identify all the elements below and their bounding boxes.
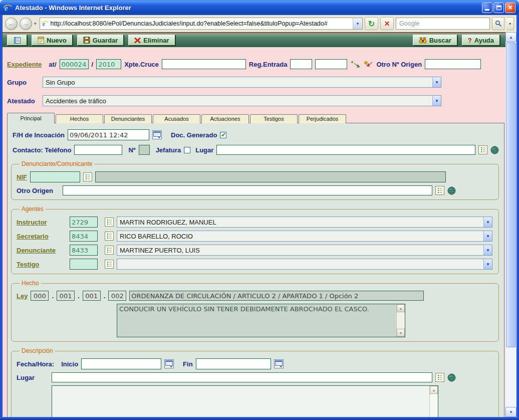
lugar-input[interactable] [216,145,475,155]
chevron-down-icon: ▼ [483,217,492,227]
scroll-up-icon[interactable]: ▲ [397,304,405,312]
instructor-code-input[interactable] [70,217,98,228]
nif-list-button[interactable] [83,172,92,181]
chevron-down-icon: ▾ [509,22,511,26]
tab-testigos[interactable]: Testigos [250,114,298,123]
back-button[interactable]: ← [5,18,18,30]
ley-code-1-input[interactable] [31,291,49,301]
guardar-button[interactable]: Guardar [77,35,124,46]
secretario-link[interactable]: Secretario [17,233,67,240]
window-border-bottom [0,417,519,420]
otro-origen-list-button[interactable] [435,186,444,195]
denunciante-list-button[interactable] [105,246,114,255]
contacto-row: Contacto: Teléfono Nº Jefatura Lugar [8,145,504,155]
reg-entrada-input-1[interactable] [290,59,312,69]
telefono-input[interactable] [74,145,122,155]
testigo-code-input[interactable] [70,259,98,270]
secretario-code-input[interactable] [70,231,98,242]
otro-num-origen-input[interactable] [425,59,481,69]
denunciante-select[interactable]: MARTINEZ PUERTO, LUIS ▼ [117,245,492,256]
denuncia-textarea[interactable] [52,386,438,417]
descripcion-legend: Descripción [20,347,55,354]
scrollbar-up-button[interactable]: ▲ [505,32,516,42]
ayuda-button[interactable]: ? Ayuda [462,35,500,46]
buscar-button[interactable]: Buscar [413,35,457,46]
tab-acusados[interactable]: Acusados [153,114,200,123]
nif-input[interactable] [30,171,80,182]
nuevo-button[interactable]: Nuevo [32,35,73,46]
associate-expediente-icon[interactable] [350,60,360,69]
globe-icon[interactable] [447,373,456,382]
otro-origen-input[interactable] [63,185,432,195]
minimize-button[interactable] [482,3,492,13]
chevron-down-icon: ▼ [432,77,441,87]
globe-icon[interactable] [447,186,456,195]
testigo-link[interactable]: Testigo [17,261,67,268]
secretario-list-button[interactable] [105,232,114,241]
vertical-scrollbar[interactable]: ▲ ▼ [505,32,516,417]
fin-input[interactable] [196,358,271,369]
denunciante-code-input[interactable] [70,245,98,256]
inicio-input[interactable] [81,358,161,369]
dissociate-expediente-icon[interactable] [363,60,373,69]
tab-hechos[interactable]: Hechos [56,114,103,123]
lugar-descripcion-input[interactable] [52,372,432,382]
url-input[interactable] [51,20,353,27]
ley-code-2-input[interactable] [57,291,75,301]
grupo-select[interactable]: Sin Grupo ▼ [43,77,441,88]
atestado-select[interactable]: Accidentes de tráfico ▼ [43,95,441,106]
scrollbar-down-button[interactable]: ▼ [505,407,516,417]
denunciante-link[interactable]: Denunciante [17,247,67,254]
agentes-fieldset: Agentes Instructor MARTIN RODRIGUEZ, MAN… [11,205,499,274]
tab-actuaciones[interactable]: Actuaciones [201,114,249,123]
tab-principal[interactable]: Principal [7,113,55,123]
scrollbar-thumb[interactable] [506,43,516,347]
reg-entrada-input-2[interactable] [315,59,347,69]
tab-denunciantes[interactable]: Denunciantes [104,114,152,123]
scroll-down-icon[interactable]: ▼ [397,329,405,337]
inicio-calendar-button[interactable] [164,359,174,368]
lugar-list-button[interactable] [478,145,487,154]
maximize-button[interactable] [493,3,504,13]
fh-incoacion-input[interactable] [68,129,149,140]
search-options-button[interactable]: ▾ [506,17,514,30]
address-dropdown-button[interactable]: ▾ [353,18,362,29]
eliminar-button[interactable]: Eliminar [128,35,175,46]
secretario-select[interactable]: RICO BARELLO, ROCIO ▼ [117,231,492,242]
close-button[interactable]: ✕ [505,3,515,13]
hecho-scrollbar[interactable]: ▲ ▼ [396,304,405,337]
expediente-link[interactable]: Expediente [7,61,42,68]
fh-calendar-button[interactable] [152,130,162,139]
fin-calendar-button[interactable] [274,359,284,368]
history-dropdown-icon[interactable]: ▾ [34,21,37,26]
instructor-name: MARTIN RODRIGUEZ, MANUEL [117,219,483,226]
xpte-cruce-input[interactable] [162,59,246,69]
tab-perjudicados[interactable]: Perjudicados [299,114,346,123]
instructor-list-button[interactable] [105,218,114,227]
stop-button[interactable]: ✕ [380,17,394,30]
jefatura-checkbox[interactable] [184,147,190,153]
forward-button[interactable]: → [20,18,32,30]
ley-link[interactable]: Ley [17,292,28,300]
nif-link[interactable]: NIF [17,173,27,181]
denuncia-scrollbar[interactable]: ▲ ▼ [429,386,438,417]
report-button[interactable] [7,35,27,46]
instructor-link[interactable]: Instructor [17,219,67,226]
refresh-button[interactable]: ↻ [365,17,378,30]
ley-code-4-input[interactable] [108,291,126,301]
search-input[interactable] [396,20,489,27]
list-icon [106,247,112,253]
globe-icon[interactable] [490,146,499,154]
expediente-year-input[interactable] [96,59,121,69]
instructor-select[interactable]: MARTIN RODRIGUEZ, MANUEL ▼ [117,217,492,228]
expediente-number-input[interactable] [60,59,89,69]
testigo-list-button[interactable] [105,260,114,269]
grupo-label: Grupo [7,79,43,86]
testigo-select[interactable]: ▼ [117,259,492,270]
lugar-descripcion-list-button[interactable] [435,373,444,382]
doc-generado-checkbox[interactable]: ✔ [220,132,226,138]
search-button[interactable] [492,17,504,30]
expediente-row: Expediente at/ / Xpte.Cruce Reg.Entrada … [7,59,502,69]
ley-code-3-input[interactable] [83,291,101,301]
scroll-up-icon[interactable]: ▲ [430,386,438,394]
